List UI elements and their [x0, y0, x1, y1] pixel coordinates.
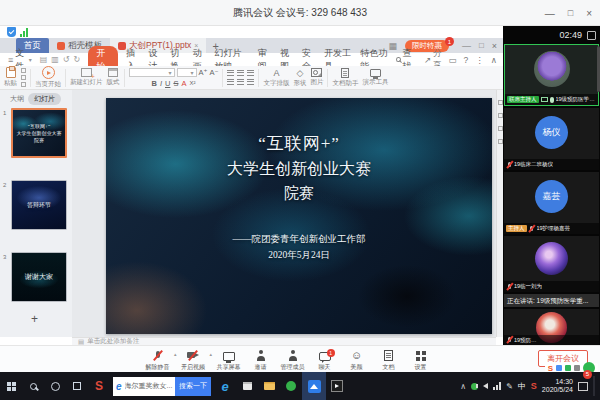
- taskbar-search-box[interactable]: e 海尔重奖救女... 搜索一下: [113, 377, 211, 396]
- undo-icon[interactable]: ↺: [63, 55, 70, 64]
- participant-name: 19临一刘为: [514, 283, 542, 290]
- mic-options-caret[interactable]: ▴: [174, 351, 177, 357]
- wps-side-tabs[interactable]: [496, 90, 503, 337]
- clock[interactable]: 14:30 2020/5/24: [542, 378, 573, 394]
- text-tools-button[interactable]: A文字排版: [263, 68, 289, 88]
- video-tile[interactable]: 19预防…: [504, 309, 599, 345]
- copy-icon[interactable]: [21, 75, 26, 80]
- settings-grid-icon: [416, 351, 420, 355]
- add-slide-button[interactable]: +: [31, 312, 38, 326]
- align-right-icon[interactable]: [247, 79, 254, 85]
- shape-button[interactable]: ◇形状: [293, 68, 306, 88]
- superscript-button[interactable]: X²: [189, 80, 195, 86]
- search-go-button[interactable]: 搜索一下: [175, 377, 211, 396]
- format-painter-icon[interactable]: [21, 82, 26, 87]
- video-tile[interactable]: 嘉芸 主持人 19护理杨嘉芸: [504, 172, 599, 234]
- network-icon[interactable]: [493, 382, 501, 390]
- cortana-icon[interactable]: [44, 372, 66, 400]
- start-video-button[interactable]: 开启视频: [178, 347, 209, 372]
- current-slide[interactable]: “互联网+” 大学生创新创业大赛 院赛 ——院团委青年创新创业工作部 2020年…: [106, 98, 492, 334]
- video-tile[interactable]: 联席主持人 19级预防医学重...: [504, 44, 599, 106]
- print-icon[interactable]: ▥: [51, 55, 59, 64]
- video-tile[interactable]: 杨仪 19临床二班杨仪: [504, 108, 599, 170]
- shape-icon: ◇: [296, 68, 303, 78]
- tab-slides[interactable]: 幻灯片: [28, 93, 61, 105]
- video-options-caret[interactable]: ▴: [210, 351, 213, 357]
- edge-taskbar-icon[interactable]: e: [214, 372, 236, 400]
- input-language-indicator[interactable]: 中: [518, 381, 526, 392]
- strikethrough-button[interactable]: S: [173, 79, 178, 88]
- slide-thumbnail-1[interactable]: “互联网+” 大学生创新创业大赛 院赛: [11, 108, 67, 158]
- slide-thumbnail-2[interactable]: 答辩环节: [11, 180, 67, 230]
- video-tile[interactable]: 19临一刘为: [504, 236, 599, 292]
- participant-name: 19级预防医学重...: [556, 96, 597, 103]
- chat-button[interactable]: 1聊天: [309, 348, 340, 372]
- search-icon: [396, 57, 400, 62]
- more-icon[interactable]: ⋮: [475, 55, 484, 65]
- docs-button[interactable]: 文档: [373, 347, 404, 372]
- align-left-icon[interactable]: [227, 79, 234, 85]
- volume-icon[interactable]: [483, 383, 488, 389]
- indent-icon[interactable]: [247, 70, 254, 76]
- unmute-button[interactable]: 解除静音: [142, 347, 173, 372]
- store-icon[interactable]: [236, 372, 258, 400]
- start-button[interactable]: [0, 372, 22, 400]
- italic-button[interactable]: I: [160, 79, 162, 88]
- number-list-icon[interactable]: [237, 70, 244, 76]
- file-explorer-icon[interactable]: [258, 372, 280, 400]
- browser-app-icon[interactable]: [280, 372, 302, 400]
- layout-button[interactable]: 版式: [107, 68, 120, 87]
- mic-off-icon: [154, 350, 162, 361]
- play-from-current-button[interactable]: 当页开始: [35, 66, 61, 89]
- input-mode-icon: [556, 365, 562, 371]
- comment-icon[interactable]: ▭: [449, 55, 457, 65]
- promo-badge: 1: [445, 37, 454, 46]
- picture-button[interactable]: 图片: [310, 68, 323, 87]
- task-view-icon[interactable]: [66, 372, 88, 400]
- bold-button[interactable]: B: [151, 79, 156, 88]
- expand-icon[interactable]: [587, 31, 596, 40]
- settings-button[interactable]: 设置: [405, 347, 436, 372]
- font-family-select[interactable]: ▾: [129, 68, 175, 77]
- font-size-select[interactable]: ▾: [177, 68, 197, 77]
- members-icon: [288, 350, 298, 361]
- present-tools-button[interactable]: 演示工具: [362, 69, 388, 87]
- collapse-ribbon-icon[interactable]: ∧: [491, 55, 497, 65]
- invite-button[interactable]: 邀请: [245, 347, 276, 372]
- cut-icon[interactable]: [21, 68, 26, 73]
- close-icon[interactable]: ×: [586, 8, 592, 19]
- tencent-meeting-taskbar-icon[interactable]: [302, 372, 326, 400]
- meeting-title-bar: 腾讯会议 会议号: 329 648 433 — □ ×: [0, 0, 600, 26]
- save-icon[interactable]: ▤: [40, 55, 48, 64]
- notes-bar[interactable]: ▤ 单击此处添加备注: [72, 337, 496, 345]
- avatar: 嘉芸: [535, 180, 568, 213]
- bullet-list-icon[interactable]: [227, 70, 234, 76]
- help-icon[interactable]: ?: [464, 55, 469, 65]
- paste-button[interactable]: 粘贴: [4, 67, 17, 88]
- avatar: 杨仪: [535, 116, 568, 149]
- wps-taskbar-icon[interactable]: S: [88, 372, 110, 400]
- beauty-button[interactable]: ☺美颜: [341, 347, 372, 372]
- taskbar-search-icon[interactable]: [22, 372, 44, 400]
- redo-icon[interactable]: ↻: [74, 55, 81, 64]
- manage-members-button[interactable]: 管理成员: [277, 347, 308, 372]
- new-slide-button[interactable]: 新建幻灯片: [70, 68, 103, 87]
- shrink-font-button[interactable]: A⁻: [209, 68, 218, 77]
- underline-button[interactable]: U: [165, 79, 170, 88]
- grow-font-button[interactable]: A⁺: [199, 68, 208, 77]
- tray-expand-icon[interactable]: ∧: [460, 382, 466, 391]
- font-color-button[interactable]: A: [181, 79, 186, 88]
- slide-thumbnail-3[interactable]: 谢谢大家: [11, 252, 67, 302]
- media-app-icon[interactable]: [326, 372, 348, 400]
- minimize-icon[interactable]: —: [545, 8, 555, 19]
- pen-icon[interactable]: ✎: [506, 382, 513, 391]
- share-screen-button[interactable]: 共享屏幕: [213, 348, 244, 372]
- align-center-icon[interactable]: [237, 79, 244, 85]
- tab-outline[interactable]: 大纲: [10, 94, 24, 104]
- mic-off-icon: [506, 336, 512, 344]
- sogou-tray-icon[interactable]: S: [531, 381, 537, 391]
- doc-assistant-button[interactable]: 文档助手: [332, 68, 358, 88]
- action-center-icon[interactable]: 5: [578, 382, 588, 391]
- show-desktop-button[interactable]: [593, 376, 595, 396]
- maximize-icon[interactable]: □: [568, 8, 573, 18]
